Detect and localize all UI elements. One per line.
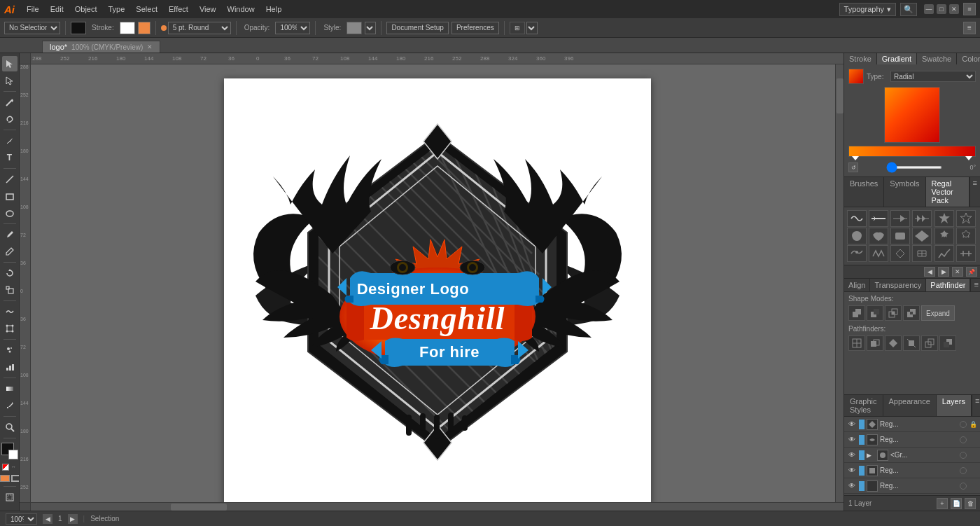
- swap-colors-button[interactable]: ↔: [10, 464, 18, 471]
- zoom-select[interactable]: 100% 50% 200%: [6, 513, 37, 525]
- delete-layer-button[interactable]: 🗑: [965, 498, 976, 509]
- layers-menu-icon[interactable]: ≡: [972, 395, 980, 416]
- outline-button[interactable]: [921, 335, 938, 351]
- layer-lock-4[interactable]: [969, 482, 977, 490]
- style-select-arrow[interactable]: [365, 22, 376, 34]
- symbol-sprayer-tool[interactable]: [2, 342, 18, 358]
- layers-tab[interactable]: Layers: [937, 395, 972, 416]
- horizontal-scrollbar[interactable]: [31, 503, 844, 511]
- brush-item-15[interactable]: [890, 245, 910, 262]
- brushes-close-icon[interactable]: ✕: [952, 267, 963, 277]
- zoom-tool[interactable]: [2, 420, 18, 435]
- prev-artboard-button[interactable]: ◀: [43, 514, 52, 524]
- eye-icon-3[interactable]: 👁: [847, 466, 857, 476]
- eye-icon-4[interactable]: 👁: [847, 481, 857, 491]
- search-box[interactable]: 🔍: [900, 3, 917, 16]
- rect-tool[interactable]: [2, 188, 18, 204]
- brush-item-5[interactable]: [934, 210, 954, 227]
- pencil-tool[interactable]: [2, 244, 18, 259]
- gradient-preview-swatch[interactable]: [848, 69, 864, 84]
- opacity-select[interactable]: 100%: [275, 22, 310, 34]
- brushes-menu-icon[interactable]: ≡: [969, 177, 980, 207]
- menu-effect[interactable]: Effect: [164, 4, 193, 15]
- default-colors-button[interactable]: [2, 464, 9, 471]
- create-new-layer-button[interactable]: 📄: [951, 498, 962, 509]
- layer-lock-0[interactable]: 🔒: [969, 420, 977, 429]
- minimize-button[interactable]: —: [924, 4, 934, 14]
- tab-close-icon[interactable]: ✕: [147, 43, 153, 50]
- eye-icon-2[interactable]: 👁: [847, 450, 857, 460]
- brush-item-2[interactable]: [869, 210, 888, 227]
- align-tab[interactable]: Align: [844, 279, 870, 291]
- eyedropper-tool[interactable]: [2, 398, 18, 413]
- scale-tool[interactable]: [2, 282, 18, 298]
- menu-select[interactable]: Select: [131, 4, 162, 15]
- pathfinder-tab[interactable]: Pathfinder: [926, 279, 970, 291]
- brushes-tab[interactable]: Brushes: [844, 177, 884, 207]
- merge-button[interactable]: [885, 335, 902, 351]
- layer-lock-3[interactable]: [969, 466, 977, 475]
- menu-file[interactable]: File: [22, 4, 44, 15]
- layer-target-1[interactable]: [960, 436, 967, 443]
- fill-mode-button[interactable]: [0, 475, 10, 482]
- swatch-tab[interactable]: Swatche: [917, 53, 957, 64]
- ellipse-tool[interactable]: [2, 205, 18, 221]
- layer-item-1[interactable]: 👁 Reg...: [844, 432, 980, 448]
- free-transform-tool[interactable]: [2, 321, 18, 336]
- layer-target-2[interactable]: [960, 452, 967, 459]
- layer-item-4[interactable]: 👁 Reg...: [844, 478, 980, 494]
- brush-item-9[interactable]: [890, 228, 910, 244]
- scroll-thumb-h[interactable]: [171, 504, 227, 511]
- selection-tool[interactable]: [2, 56, 18, 71]
- brush-item-1[interactable]: [847, 210, 867, 227]
- layer-lock-1[interactable]: [969, 436, 977, 444]
- brush-item-7[interactable]: [847, 228, 867, 244]
- gradient-stop-left[interactable]: [852, 156, 859, 160]
- color-tab[interactable]: Color: [957, 53, 980, 64]
- brushes-pin-icon[interactable]: 📌: [966, 267, 977, 277]
- lasso-tool[interactable]: [2, 111, 18, 127]
- layer-lock-2[interactable]: [969, 451, 977, 459]
- brush-item-3[interactable]: [890, 210, 910, 227]
- gradient-stop-right[interactable]: [965, 156, 972, 160]
- brush-item-13[interactable]: [847, 245, 867, 262]
- pathfinder-menu-icon[interactable]: ≡: [970, 279, 980, 291]
- layer-target-0[interactable]: [960, 421, 967, 428]
- color-swatches[interactable]: [1, 443, 18, 459]
- document-setup-button[interactable]: Document Setup: [386, 22, 449, 34]
- menu-window[interactable]: Window: [223, 4, 260, 15]
- vertical-scrollbar[interactable]: [835, 64, 844, 502]
- brush-item-4[interactable]: [912, 210, 932, 227]
- transparency-tab[interactable]: Transparency: [870, 279, 926, 291]
- trim-button[interactable]: [867, 335, 883, 351]
- stroke-mode-button[interactable]: [11, 475, 20, 482]
- stroke-tab[interactable]: Stroke: [844, 53, 877, 64]
- brushes-next-icon[interactable]: ▶: [938, 267, 949, 277]
- graphic-styles-tab[interactable]: Graphic Styles: [844, 395, 883, 416]
- type-tool[interactable]: T: [2, 150, 18, 165]
- minus-front-button[interactable]: [867, 305, 883, 321]
- arrange-button[interactable]: ⊞: [510, 22, 525, 34]
- crop-button[interactable]: [903, 335, 920, 351]
- intersect-button[interactable]: [885, 305, 902, 321]
- direct-selection-tool[interactable]: [2, 73, 18, 88]
- gradient-tool[interactable]: [2, 381, 18, 396]
- appearance-tab[interactable]: Appearance: [883, 395, 937, 416]
- color-indicator[interactable]: [138, 22, 150, 34]
- symbols-tab[interactable]: Symbols: [884, 177, 925, 207]
- exclude-button[interactable]: [903, 305, 920, 321]
- warp-tool[interactable]: [2, 304, 18, 319]
- scroll-thumb-v[interactable]: [836, 78, 844, 113]
- stroke-swatch[interactable]: [120, 22, 135, 34]
- fill-swatch[interactable]: [71, 22, 86, 34]
- brushes-prev-icon[interactable]: ◀: [924, 267, 935, 277]
- stroke-color[interactable]: [8, 450, 18, 459]
- panel-toggle-button[interactable]: ≡: [963, 3, 976, 15]
- close-button[interactable]: ✕: [949, 4, 959, 14]
- eye-icon-1[interactable]: 👁: [847, 435, 857, 445]
- unite-button[interactable]: [848, 305, 865, 321]
- layer-item-2[interactable]: 👁 ▶ <Gr...: [844, 448, 980, 463]
- gradient-bar[interactable]: [848, 146, 976, 157]
- layer-item-0[interactable]: 👁 Reg... 🔒: [844, 417, 980, 432]
- brush-item-10[interactable]: [912, 228, 932, 244]
